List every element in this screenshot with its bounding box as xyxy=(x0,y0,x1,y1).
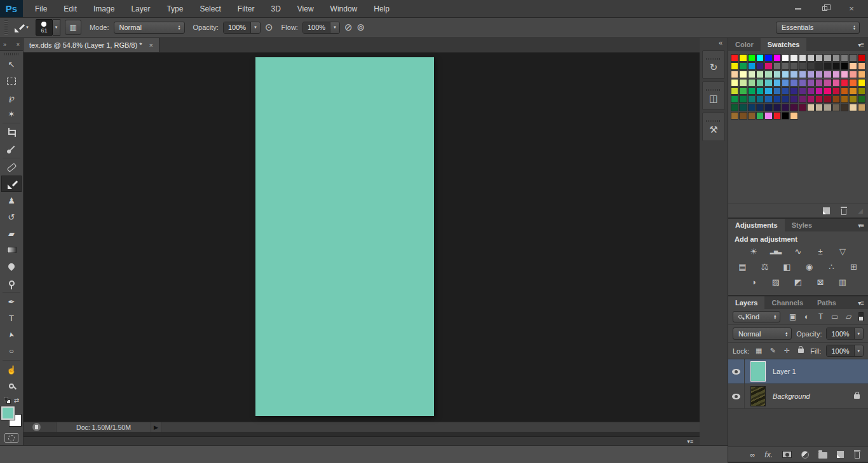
color-swatch[interactable] xyxy=(773,95,781,103)
color-swatch[interactable] xyxy=(790,87,797,95)
crop-tool[interactable] xyxy=(1,124,22,141)
layer-style-button[interactable]: fx. xyxy=(764,450,773,459)
color-swatch[interactable] xyxy=(790,104,797,111)
color-swatch[interactable] xyxy=(739,54,747,62)
layer-visibility-toggle[interactable] xyxy=(728,384,745,408)
dodge-tool[interactable] xyxy=(1,275,22,291)
color-swatch[interactable] xyxy=(739,95,747,103)
color-swatch[interactable] xyxy=(731,112,738,120)
lasso-tool[interactable]: ℘ xyxy=(1,89,22,106)
color-swatch[interactable] xyxy=(807,104,815,111)
color-swatch[interactable] xyxy=(782,95,789,103)
add-layer-mask-button[interactable] xyxy=(782,451,792,458)
menu-view[interactable]: View xyxy=(289,0,322,17)
color-swatch[interactable] xyxy=(739,87,747,95)
pen-tool[interactable]: ✒ xyxy=(1,293,22,310)
color-swatch[interactable] xyxy=(849,87,857,95)
opacity-dropdown-button[interactable]: ▼ xyxy=(250,22,260,33)
tab-swatches[interactable]: Swatches xyxy=(761,38,807,51)
color-swatch[interactable] xyxy=(782,54,789,62)
color-swatch[interactable] xyxy=(790,79,797,86)
delete-swatch-button[interactable] xyxy=(840,207,848,215)
spot-healing-brush-tool[interactable] xyxy=(1,159,22,176)
color-swatch[interactable] xyxy=(773,104,781,111)
layer-name[interactable]: Layer 1 xyxy=(773,368,796,375)
color-swatch[interactable] xyxy=(858,54,865,62)
layer-thumbnail[interactable] xyxy=(750,361,766,382)
color-swatch[interactable] xyxy=(756,112,764,120)
color-swatch[interactable] xyxy=(824,79,831,86)
color-swatch[interactable] xyxy=(773,79,781,86)
layer-name[interactable]: Background xyxy=(773,392,810,400)
color-swatch[interactable] xyxy=(739,112,747,120)
lock-transparent-pixels-icon[interactable]: ▦ xyxy=(754,347,763,355)
color-swatch[interactable] xyxy=(739,79,747,86)
color-swatch[interactable] xyxy=(782,71,789,78)
document-tab[interactable]: tex.dds @ 54.8% (Layer 1, RGB/8) * × xyxy=(24,38,159,52)
hand-tool[interactable]: ☝ xyxy=(1,361,22,378)
curves-adjustment[interactable]: ∿ xyxy=(790,245,806,258)
color-swatch[interactable] xyxy=(841,62,848,70)
color-swatch[interactable] xyxy=(731,87,738,95)
color-swatch[interactable] xyxy=(815,87,823,95)
color-swatch[interactable] xyxy=(731,62,738,70)
color-swatch[interactable] xyxy=(782,62,789,70)
color-swatch[interactable] xyxy=(756,54,764,62)
canvas-area[interactable] xyxy=(24,53,700,422)
color-swatch[interactable] xyxy=(824,54,831,62)
tab-styles[interactable]: Styles xyxy=(785,219,819,232)
color-swatch[interactable] xyxy=(773,54,781,62)
color-swatch[interactable] xyxy=(832,62,840,70)
expand-dock-icon[interactable]: » xyxy=(3,41,6,48)
color-swatch[interactable] xyxy=(841,71,848,78)
magic-wand-tool[interactable]: ✶ xyxy=(1,106,22,122)
filter-shape-layers-icon[interactable]: ▭ xyxy=(829,312,840,321)
default-colors-button[interactable] xyxy=(4,397,11,404)
tab-adjustments[interactable]: Adjustments xyxy=(728,219,785,232)
lock-position-icon[interactable]: ✛ xyxy=(782,347,791,355)
blend-mode-select[interactable]: Normal ▲▼ xyxy=(114,22,185,34)
color-swatch[interactable] xyxy=(841,54,848,62)
exposure-adjustment[interactable]: ± xyxy=(813,245,828,258)
menu-filter[interactable]: Filter xyxy=(229,0,263,17)
layer-blend-mode-select[interactable]: Normal ▲▼ xyxy=(733,328,792,340)
brush-tool[interactable] xyxy=(1,176,22,192)
color-swatch[interactable] xyxy=(731,71,738,78)
tab-color[interactable]: Color xyxy=(728,38,761,51)
color-swatch[interactable] xyxy=(807,87,815,95)
delete-layer-button[interactable] xyxy=(853,450,861,459)
brush-preset-picker[interactable]: 61 ▼ xyxy=(36,19,60,36)
menu-3d[interactable]: 3D xyxy=(262,0,288,17)
color-swatch[interactable] xyxy=(858,87,865,95)
color-swatch[interactable] xyxy=(748,104,756,111)
filter-toggle-switch[interactable] xyxy=(858,312,864,321)
new-group-button[interactable] xyxy=(818,450,827,459)
color-swatch[interactable] xyxy=(832,95,840,103)
menu-type[interactable]: Type xyxy=(158,0,191,17)
gradient-tool[interactable] xyxy=(1,242,22,258)
color-swatch[interactable] xyxy=(756,79,764,86)
color-swatch[interactable] xyxy=(790,71,797,78)
type-tool[interactable]: T xyxy=(1,310,22,326)
color-swatch[interactable] xyxy=(748,87,756,95)
color-swatch[interactable] xyxy=(841,95,848,103)
color-swatch[interactable] xyxy=(815,62,823,70)
close-icon[interactable]: × xyxy=(17,41,20,48)
color-swatch[interactable] xyxy=(748,54,756,62)
pressure-opacity-icon[interactable]: ⊙ xyxy=(265,22,273,33)
color-swatch[interactable] xyxy=(731,95,738,103)
color-swatch[interactable] xyxy=(756,71,764,78)
history-brush-tool[interactable]: ↺ xyxy=(1,209,22,225)
color-swatch[interactable] xyxy=(739,71,747,78)
threshold-adjustment[interactable]: ◩ xyxy=(790,275,806,288)
foreground-color-swatch[interactable] xyxy=(1,406,15,420)
tool-preset-picker[interactable]: ▼ xyxy=(12,20,31,35)
color-swatch[interactable] xyxy=(748,79,756,86)
color-swatch[interactable] xyxy=(824,62,831,70)
panel-menu-icon[interactable]: ▾≡ xyxy=(853,219,868,232)
filter-kind-select[interactable]: Kind ▲▼ xyxy=(733,311,780,322)
toggle-brush-panel-button[interactable]: ▥ xyxy=(65,20,81,35)
color-swatch[interactable] xyxy=(773,87,781,95)
color-swatch[interactable] xyxy=(858,79,865,86)
color-swatch[interactable] xyxy=(764,71,772,78)
